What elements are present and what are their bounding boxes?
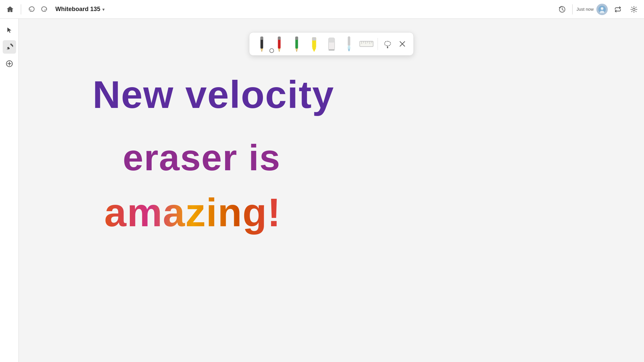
sidebar — [0, 19, 19, 362]
svg-rect-28 — [329, 49, 335, 51]
undo-button[interactable] — [26, 4, 37, 15]
black-pencil-tool[interactable] — [254, 35, 270, 53]
svg-marker-25 — [312, 48, 316, 52]
home-button[interactable] — [4, 3, 16, 15]
svg-rect-29 — [348, 37, 350, 46]
select-tool-button[interactable] — [3, 23, 16, 37]
yellow-highlighter-tool[interactable] — [307, 35, 322, 53]
tool-palette — [249, 32, 414, 56]
topbar-left: Whiteboard 135 ▾ — [4, 3, 107, 15]
svg-point-7 — [7, 49, 8, 50]
canvas-area[interactable]: New velocity eraser is amazing! — [19, 19, 644, 362]
whiteboard-title: Whiteboard 135 — [55, 6, 100, 13]
svg-point-2 — [601, 7, 603, 10]
wb-text-line-2: eraser is — [123, 136, 281, 179]
save-status-text: Just now — [577, 7, 594, 12]
svg-point-40 — [387, 47, 388, 48]
lasso-select-button[interactable] — [381, 38, 394, 50]
title-chevron-icon: ▾ — [102, 7, 105, 12]
palette-divider — [378, 38, 378, 50]
topbar-right: Just now — [556, 3, 640, 15]
green-pencil-tool[interactable] — [289, 35, 305, 53]
share-button[interactable] — [612, 3, 624, 15]
svg-rect-6 — [10, 43, 13, 47]
svg-point-31 — [348, 49, 350, 51]
svg-rect-12 — [261, 37, 263, 40]
user-avatar[interactable] — [596, 4, 608, 15]
wb-text-line-3: amazing! — [104, 190, 281, 235]
svg-point-39 — [385, 41, 391, 46]
eraser-tool[interactable] — [324, 35, 339, 53]
svg-rect-27 — [329, 38, 335, 43]
wb-text-line-1: New velocity — [93, 72, 334, 117]
topbar: Whiteboard 135 ▾ Just now — [0, 0, 644, 19]
topbar-divider-2 — [572, 4, 573, 14]
history-button[interactable] — [556, 3, 568, 15]
svg-marker-22 — [296, 51, 298, 52]
svg-marker-18 — [279, 51, 280, 52]
whiteboard-content: New velocity eraser is amazing! — [19, 19, 644, 362]
red-pencil-tool[interactable] — [272, 35, 287, 53]
ruler-tool[interactable] — [359, 35, 374, 53]
brush-tool[interactable] — [341, 35, 357, 53]
svg-point-4 — [633, 8, 635, 10]
close-palette-button[interactable] — [396, 38, 409, 50]
svg-rect-16 — [278, 37, 281, 40]
topbar-divider-1 — [21, 4, 21, 14]
svg-rect-20 — [296, 37, 298, 40]
redo-button[interactable] — [39, 4, 50, 15]
svg-rect-24 — [312, 37, 316, 41]
settings-button[interactable] — [628, 3, 640, 15]
save-status-area: Just now — [577, 4, 608, 15]
title-area[interactable]: Whiteboard 135 ▾ — [53, 4, 107, 14]
add-item-button[interactable] — [3, 57, 16, 70]
draw-tool-button[interactable] — [3, 40, 16, 54]
svg-marker-14 — [261, 51, 263, 52]
